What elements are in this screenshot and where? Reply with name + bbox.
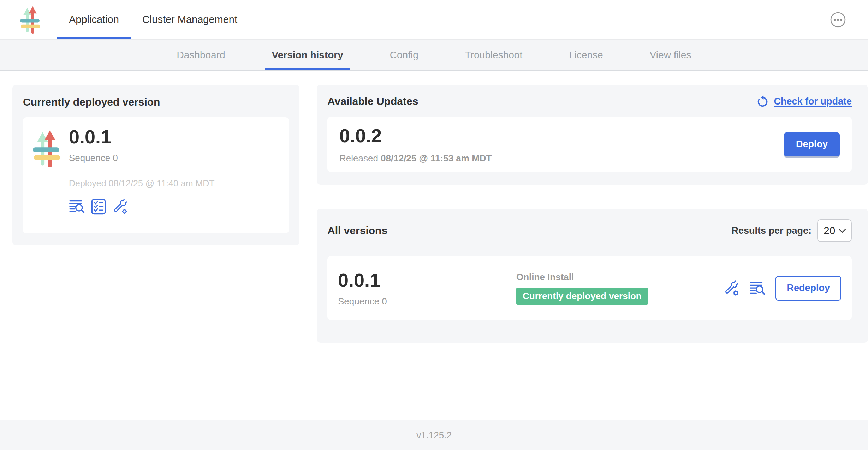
tab-label: Dashboard bbox=[177, 49, 225, 61]
top-tab-application[interactable]: Application bbox=[57, 0, 131, 39]
tab-label: Troubleshoot bbox=[465, 49, 522, 61]
results-per-page-select[interactable]: 20 bbox=[817, 219, 852, 242]
released-prefix: Released bbox=[339, 153, 381, 164]
release-notes-button[interactable] bbox=[749, 280, 766, 296]
ellipsis-circle-icon bbox=[830, 12, 846, 28]
app-subnav: Dashboard Version history Config Trouble… bbox=[0, 40, 868, 71]
main-content: Currently deployed version 0.0.1 Sequenc… bbox=[0, 71, 868, 420]
tab-label: Version history bbox=[272, 49, 343, 61]
top-tab-cluster-management[interactable]: Cluster Management bbox=[131, 0, 249, 39]
tab-license[interactable]: License bbox=[562, 40, 610, 70]
tab-view-files[interactable]: View files bbox=[643, 40, 698, 70]
current-version-sequence: Sequence 0 bbox=[69, 153, 215, 164]
current-version-number: 0.0.1 bbox=[69, 126, 215, 148]
release-notes-icon bbox=[749, 280, 766, 296]
tab-version-history[interactable]: Version history bbox=[265, 40, 350, 70]
row-version-number: 0.0.1 bbox=[338, 269, 516, 291]
current-version-panel: Currently deployed version 0.0.1 Sequenc… bbox=[12, 85, 299, 245]
update-version-number: 0.0.2 bbox=[339, 125, 492, 147]
current-version-actions bbox=[69, 199, 215, 215]
refresh-icon bbox=[757, 95, 769, 107]
current-version-deployed-timestamp: Deployed 08/12/25 @ 11:40 am MDT bbox=[69, 178, 215, 189]
check-for-update-link[interactable]: Check for update bbox=[757, 95, 852, 107]
version-row: 0.0.1 Sequence 0 Online Install Currentl… bbox=[327, 256, 852, 320]
tab-label: View files bbox=[650, 49, 691, 61]
chevron-down-icon bbox=[838, 229, 846, 233]
top-nav: Application Cluster Management bbox=[57, 0, 249, 39]
available-updates-panel: Available Updates Check for update 0.0.2… bbox=[317, 85, 868, 185]
config-icon bbox=[112, 199, 128, 215]
all-versions-panel: All versions Results per page: 20 0.0.1 … bbox=[317, 209, 868, 343]
tab-label: License bbox=[569, 49, 603, 61]
results-per-page-value: 20 bbox=[824, 225, 835, 237]
update-released-timestamp: Released 08/12/25 @ 11:53 am MDT bbox=[339, 153, 492, 164]
row-actions: Redeploy bbox=[723, 276, 841, 301]
top-tab-label: Application bbox=[69, 14, 119, 25]
currently-deployed-badge: Currently deployed version bbox=[516, 288, 648, 305]
app-footer: v1.125.2 bbox=[0, 420, 868, 450]
tab-label: Config bbox=[390, 49, 418, 61]
right-column: Available Updates Check for update 0.0.2… bbox=[317, 85, 868, 420]
app-logo-icon bbox=[32, 129, 60, 167]
results-per-page: Results per page: 20 bbox=[731, 219, 852, 242]
all-versions-title: All versions bbox=[327, 225, 387, 237]
redeploy-button[interactable]: Redeploy bbox=[775, 276, 841, 301]
current-version-title: Currently deployed version bbox=[23, 96, 289, 108]
row-install-type: Online Install bbox=[516, 272, 648, 283]
row-version-sequence: Sequence 0 bbox=[338, 296, 516, 307]
update-card: 0.0.2 Released 08/12/25 @ 11:53 am MDT D… bbox=[327, 117, 852, 172]
app-logo-icon bbox=[20, 6, 40, 34]
deploy-button[interactable]: Deploy bbox=[784, 132, 840, 156]
config-icon bbox=[723, 280, 739, 296]
check-for-update-label: Check for update bbox=[774, 96, 852, 107]
config-button[interactable] bbox=[723, 280, 739, 296]
top-header: Application Cluster Management bbox=[0, 0, 868, 40]
tab-dashboard[interactable]: Dashboard bbox=[170, 40, 232, 70]
preflight-checks-icon bbox=[90, 199, 107, 215]
release-notes-icon bbox=[69, 199, 85, 215]
overflow-menu-button[interactable] bbox=[830, 12, 846, 28]
release-notes-button[interactable] bbox=[69, 199, 85, 215]
released-date: 08/12/25 @ 11:53 am MDT bbox=[381, 153, 492, 164]
tab-config[interactable]: Config bbox=[383, 40, 426, 70]
tab-troubleshoot[interactable]: Troubleshoot bbox=[458, 40, 529, 70]
config-button[interactable] bbox=[112, 199, 128, 215]
available-updates-title: Available Updates bbox=[327, 95, 418, 107]
current-version-card: 0.0.1 Sequence 0 Deployed 08/12/25 @ 11:… bbox=[23, 117, 289, 233]
results-per-page-label: Results per page: bbox=[731, 225, 811, 236]
top-tab-label: Cluster Management bbox=[142, 14, 237, 25]
console-version: v1.125.2 bbox=[416, 430, 452, 441]
preflight-checks-button[interactable] bbox=[90, 199, 107, 215]
